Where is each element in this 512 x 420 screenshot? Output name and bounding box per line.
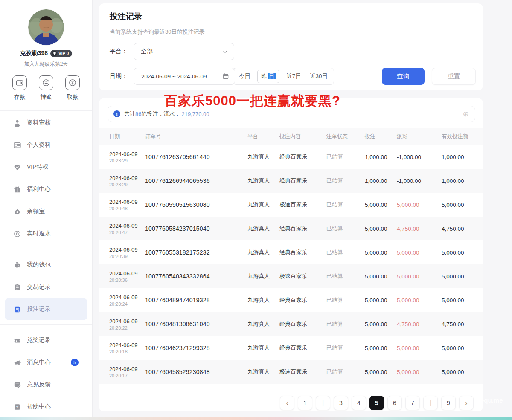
sidebar-item-welfare[interactable]: 福利中心: [0, 178, 92, 200]
cell-platform: 九游真人: [247, 153, 279, 161]
page-button-7[interactable]: 7: [405, 396, 420, 410]
sidebar-item-prize[interactable]: 兑奖记录: [0, 329, 92, 351]
transfer-action[interactable]: 转账: [39, 75, 53, 101]
cell-payout: 5,000.00: [397, 345, 442, 351]
quick-date-今日[interactable]: 今日: [237, 70, 252, 83]
bet-time: 20:20:24: [109, 301, 145, 307]
turnover-amount: 219,770.00: [181, 111, 209, 117]
cell-platform: 九游真人: [247, 249, 279, 256]
bet-time: 20:23:29: [109, 182, 145, 187]
table-header-row: 日期订单号平台投注内容注单状态投注派彩有效投注额: [99, 128, 483, 145]
sidebar-item-rebate[interactable]: 实时返水: [0, 223, 92, 245]
platform-select[interactable]: 全部: [134, 43, 234, 60]
cell-bet-content: 经典百家乐: [279, 153, 326, 161]
reset-button[interactable]: 重置: [432, 68, 476, 85]
chevron-down-icon: [222, 49, 228, 55]
pagination: ‹1|34567|9›: [280, 396, 474, 410]
page-button-9[interactable]: 9: [441, 396, 456, 410]
bet-time: 20:20:22: [109, 325, 145, 330]
cell-payout: 5,000.00: [397, 273, 442, 280]
vip-shield-icon: [52, 51, 57, 56]
cell-bet-amount: 5,000.00: [365, 297, 397, 304]
cell-platform: 九游真人: [247, 225, 279, 232]
cell-bet-amount: 5,000.00: [365, 226, 397, 232]
page-button-1[interactable]: 1: [298, 396, 312, 410]
sidebar-item-wallet[interactable]: 我的钱包: [0, 254, 92, 276]
quick-date-昨日[interactable]: 昨日: [257, 70, 279, 83]
quick-action-label: 转账: [41, 93, 52, 101]
cell-order-number: 1007760590515630080: [145, 201, 247, 208]
cell-status: 已结算: [326, 344, 365, 352]
cell-date: 2024-06-0920:23:29: [109, 151, 145, 163]
cell-date: 2024-06-0920:20:36: [109, 270, 145, 283]
table-row: 2024-06-0920:20:181007760462371299328九游真…: [99, 336, 483, 360]
cell-bet-amount: 1,000.00: [365, 178, 397, 184]
page-button-3[interactable]: 3: [334, 396, 348, 410]
cell-date: 2024-06-0920:20:47: [109, 223, 145, 235]
cell-date: 2024-06-0920:20:24: [109, 294, 145, 307]
quick-action-label: 取款: [67, 93, 79, 101]
cell-valid-amount: 5,000.00: [442, 297, 473, 304]
expand-icon[interactable]: ⊕: [463, 110, 469, 118]
table-body: 2024-06-0920:23:291007761263705661440九游真…: [99, 145, 483, 384]
bet-date: 2024-06-09: [109, 366, 145, 372]
cell-bet-content: 经典百家乐: [279, 344, 326, 352]
cell-bet-content: 极速百家乐: [279, 272, 326, 280]
vip-icon: [13, 163, 21, 171]
cell-status: 已结算: [326, 249, 365, 256]
cell-bet-amount: 5,000.00: [365, 273, 397, 280]
sidebar-item-label: VIP特权: [27, 163, 49, 171]
date-range-input[interactable]: 2024-06-09 ~ 2024-06-09: [134, 68, 235, 85]
prev-page-button[interactable]: ‹: [280, 396, 294, 410]
page-ellipsis[interactable]: |: [316, 396, 330, 410]
bet-date: 2024-06-09: [109, 223, 145, 229]
bet-date: 2024-06-09: [109, 151, 145, 157]
next-page-button[interactable]: ›: [459, 396, 474, 410]
deposit-action[interactable]: 存款: [12, 75, 27, 101]
cell-status: 已结算: [326, 201, 365, 209]
sidebar-item-label: 个人资料: [27, 141, 51, 149]
bet-date: 2024-06-09: [109, 246, 145, 253]
withdraw-action[interactable]: 取款: [65, 75, 80, 101]
text-selection-highlight: 日: [268, 73, 276, 79]
quick-date-近7日[interactable]: 近7日: [285, 70, 303, 83]
column-header: 注单状态: [326, 133, 365, 140]
page-ellipsis[interactable]: |: [423, 396, 438, 410]
profile-icon: [13, 141, 21, 149]
help-icon: ?: [13, 403, 21, 411]
cell-order-number: 1007760489474019328: [145, 297, 247, 304]
sidebar-item-label: 福利中心: [27, 185, 51, 193]
column-header: 平台: [247, 133, 279, 140]
watermark: equ.me: [480, 397, 503, 404]
sidebar-item-label: 余额宝: [27, 208, 45, 215]
search-button[interactable]: 查询: [382, 68, 425, 85]
quick-date-近30日[interactable]: 近30日: [308, 70, 329, 83]
sidebar-item-message[interactable]: 消息中心5: [0, 351, 92, 374]
sidebar-item-bet[interactable]: 投注记录: [5, 298, 87, 320]
bet-count: 86: [135, 111, 141, 117]
sidebar-item-yuebao[interactable]: 余额宝: [0, 200, 92, 223]
svg-text:?: ?: [16, 405, 19, 409]
page-button-4[interactable]: 4: [352, 396, 366, 410]
page-button-6[interactable]: 6: [387, 396, 402, 410]
quick-date-group: 今日昨日近7日近30日: [233, 68, 334, 85]
sidebar-item-vip[interactable]: VIP特权: [0, 156, 92, 178]
cell-order-number: 1007760540343332864: [145, 273, 247, 280]
sidebar: 克孜勒398 VIP 0 加入九游娱乐第2天 存款转账取款 资料审核个人资料VI…: [0, 0, 93, 417]
sidebar-item-help[interactable]: ?帮助中心: [0, 396, 92, 418]
table-row: 2024-06-0920:20:241007760489474019328九游真…: [99, 288, 483, 312]
table-row: 2024-06-0920:20:481007760590515630080九游真…: [99, 193, 483, 217]
cell-bet-content: 极速百家乐: [279, 368, 326, 376]
cell-valid-amount: 5,000.00: [442, 369, 473, 375]
sidebar-item-feedback[interactable]: 意见反馈: [0, 374, 92, 396]
cell-bet-amount: 5,000.00: [365, 345, 397, 351]
sidebar-item-profile[interactable]: 个人资料: [0, 134, 92, 156]
sidebar-item-label: 帮助中心: [27, 403, 51, 411]
sidebar-item-audit[interactable]: 资料审核: [0, 112, 92, 134]
page-subtitle: 当前系统支持查询最近30日的投注记录: [110, 28, 204, 36]
page-button-5[interactable]: 5: [369, 396, 384, 410]
cell-order-number: 1007760462371299328: [145, 345, 247, 351]
date-label: 日期：: [110, 72, 128, 80]
sidebar-item-trade[interactable]: 交易记录: [0, 276, 92, 298]
bet-time: 20:20:18: [109, 349, 145, 354]
